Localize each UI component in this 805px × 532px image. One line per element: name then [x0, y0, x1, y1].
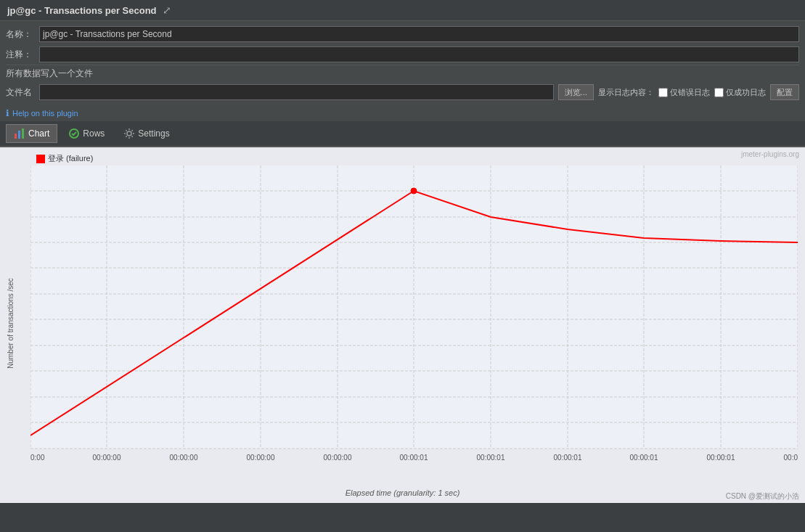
tab-settings[interactable]: Settings [115, 124, 177, 143]
bottom-watermark: CSDN @爱测试的小浩 [726, 491, 799, 502]
info-icon: ℹ [6, 108, 9, 118]
name-row: 名称： [6, 24, 799, 44]
name-label: 名称： [6, 28, 35, 41]
svg-text:00:00:00: 00:00:00 [30, 454, 45, 462]
title-bar: jp@gc - Transactions per Second ⤢ [0, 0, 805, 21]
legend-color-box [36, 155, 45, 163]
settings-tab-icon [123, 128, 135, 139]
svg-text:00:00:02: 00:00:02 [784, 454, 798, 462]
legend-label: 登录 (failure) [48, 153, 93, 164]
help-link[interactable]: ℹ Help on this plugin [0, 105, 805, 121]
comment-label: 注释： [6, 49, 35, 61]
log-display-label: 显示日志内容： [598, 87, 654, 98]
svg-rect-1 [18, 131, 20, 139]
browse-button[interactable]: 浏览... [558, 84, 594, 100]
file-input[interactable] [39, 84, 554, 100]
svg-point-4 [127, 131, 131, 136]
name-input[interactable] [39, 26, 799, 42]
svg-rect-0 [15, 134, 17, 139]
rows-tab-icon [68, 128, 80, 139]
chart-tab-icon [14, 128, 25, 139]
x-axis-label: Elapsed time (granularity: 1 sec) [346, 488, 460, 497]
chart-area: jmeter-plugins.org 登录 (failure) Number o… [0, 147, 805, 503]
window-title: jp@gc - Transactions per Second [7, 5, 157, 16]
tab-chart-label: Chart [28, 128, 49, 139]
file-label: 文件名 [6, 86, 35, 99]
chart-watermark: jmeter-plugins.org [741, 150, 799, 158]
success-only-label[interactable]: 仅成功日志 [714, 87, 766, 98]
svg-text:00:00:01: 00:00:01 [477, 454, 505, 462]
file-row: 文件名 浏览... 显示日志内容： 仅错误日志 仅成功日志 配置 [6, 82, 799, 102]
section-title: 所有数据写入一个文件 [6, 65, 799, 82]
y-axis-label-container: Number of transactions /sec [4, 184, 16, 463]
comment-row: 注释： [6, 44, 799, 65]
tab-settings-label: Settings [138, 128, 169, 139]
tabs-bar: Chart Rows Settings [0, 121, 805, 147]
tab-rows[interactable]: Rows [60, 124, 113, 143]
config-button[interactable]: 配置 [770, 84, 799, 100]
log-controls: 显示日志内容： 仅错误日志 仅成功日志 配置 [598, 84, 799, 100]
chart-legend: 登录 (failure) [36, 153, 93, 164]
svg-text:00:00:00: 00:00:00 [324, 454, 352, 462]
help-link-text[interactable]: Help on this plugin [12, 109, 78, 118]
svg-point-50 [411, 188, 417, 194]
svg-text:00:00:01: 00:00:01 [707, 454, 735, 462]
svg-text:00:00:01: 00:00:01 [554, 454, 582, 462]
chart-svg: 10 14 18 22 26 30 34 38 42 46 50 00:00:0… [30, 165, 798, 481]
error-only-checkbox[interactable] [658, 88, 668, 97]
y-axis-label: Number of transactions /sec [7, 278, 15, 369]
success-only-checkbox[interactable] [714, 88, 724, 97]
tab-chart[interactable]: Chart [6, 124, 57, 143]
svg-text:00:00:00: 00:00:00 [170, 454, 198, 462]
svg-rect-2 [22, 128, 24, 139]
svg-text:00:00:00: 00:00:00 [93, 454, 121, 462]
comment-input[interactable] [39, 46, 799, 62]
error-only-label[interactable]: 仅错误日志 [658, 87, 710, 98]
svg-text:00:00:00: 00:00:00 [247, 454, 275, 462]
svg-text:00:00:01: 00:00:01 [630, 454, 658, 462]
tab-rows-label: Rows [83, 128, 105, 139]
form-area: 名称： 注释： 所有数据写入一个文件 文件名 浏览... 显示日志内容： 仅错误… [0, 21, 805, 105]
svg-text:00:00:01: 00:00:01 [400, 454, 428, 462]
expand-icon[interactable]: ⤢ [163, 4, 171, 16]
